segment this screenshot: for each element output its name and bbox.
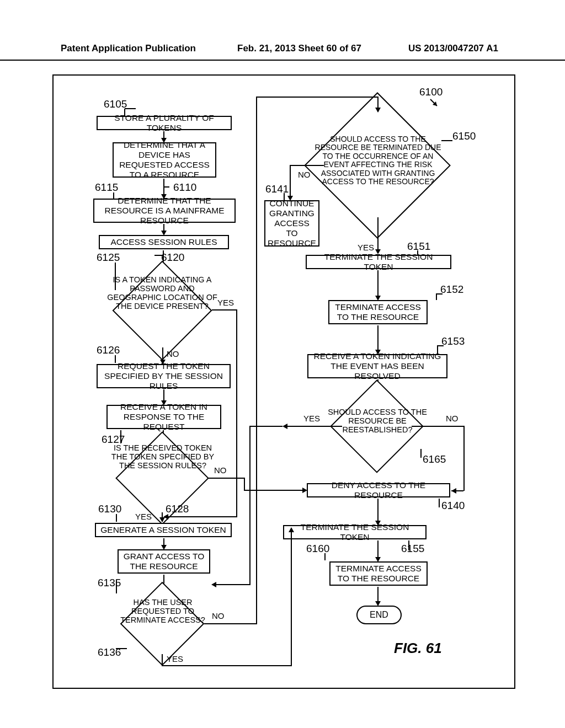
no-6125: NO — [167, 349, 179, 358]
box-6110: DETERMINE THAT A DEVICE HAS REQUESTED AC… — [113, 142, 216, 178]
ref-6141: 6141 — [265, 183, 289, 195]
box-6127: RECEIVE A TOKEN IN RESPONSE TO THE REQUE… — [106, 405, 221, 429]
no-6136: NO — [212, 611, 225, 620]
ref-6128: 6128 — [166, 503, 189, 515]
box-6115: DETERMINE THAT THE RESOURCE IS A MAINFRA… — [93, 199, 236, 223]
ref-6150: 6150 — [452, 130, 476, 142]
yes-6150: YES — [358, 243, 374, 252]
box-6126: REQUEST THE TOKEN SPECIFIED BY THE SESSI… — [97, 364, 231, 388]
ref-6105: 6105 — [104, 98, 127, 110]
header-right: US 2013/0047207 A1 — [408, 43, 498, 54]
box-6151: TERMINATE THE SESSION TOKEN — [306, 255, 451, 269]
no-6165: NO — [446, 414, 459, 423]
box-6141: CONTINUE GRANTING ACCESS TO RESOURCE — [264, 200, 319, 247]
ref-6140: 6140 — [441, 500, 465, 512]
box-6160: TERMINATE ACCESS TO THE RESOURCE — [329, 561, 428, 586]
box-6153: RECEIVE A TOKEN INDICATING THE EVENT HAS… — [307, 354, 447, 378]
box-6105: STORE A PLURALITY OF TOKENS — [97, 116, 232, 130]
header-center: Feb. 21, 2013 Sheet 60 of 67 — [237, 43, 361, 54]
box-6135: GRANT ACCESS TO THE RESOURCE — [118, 549, 210, 574]
box-6152: TERMINATE ACCESS TO THE RESOURCE — [328, 300, 428, 324]
page-header: Patent Application Publication Feb. 21, … — [0, 43, 565, 61]
ref-6160: 6160 — [306, 543, 329, 555]
ref-6126: 6126 — [97, 344, 120, 356]
no-6128: NO — [214, 465, 227, 475]
fig-arrow-6100 — [429, 98, 440, 111]
ref-6125: 6125 — [97, 251, 120, 264]
figure-label: FIG. 61 — [394, 640, 442, 657]
box-6120: ACCESS SESSION RULES — [99, 235, 229, 249]
no-6150: NO — [298, 170, 311, 179]
ref-6153: 6153 — [441, 335, 465, 347]
box-6155: TERMINATE THE SESSION TOKEN — [283, 525, 427, 539]
page: Patent Application Publication Feb. 21, … — [0, 0, 565, 728]
ref-6110: 6110 — [173, 181, 196, 194]
end-cap: END — [356, 606, 402, 624]
ref-6120: 6120 — [161, 251, 184, 264]
ref-6115: 6115 — [95, 181, 118, 194]
yes-6128: YES — [135, 512, 152, 521]
box-6130: GENERATE A SESSION TOKEN — [95, 523, 232, 537]
ref-6165: 6165 — [423, 453, 446, 465]
ref-6130: 6130 — [98, 503, 121, 515]
header-left: Patent Application Publication — [61, 43, 196, 54]
yes-6136: YES — [167, 654, 183, 663]
yes-6165: YES — [303, 414, 320, 423]
ref-6152: 6152 — [440, 283, 463, 296]
yes-6125: YES — [217, 298, 234, 307]
ref-6155: 6155 — [401, 543, 424, 555]
ref-6151: 6151 — [407, 240, 430, 253]
ref-6100: 6100 — [419, 86, 443, 98]
ref-6135: 6135 — [98, 577, 121, 589]
box-6140: DENY ACCESS TO THE RESOURCE — [307, 483, 450, 497]
